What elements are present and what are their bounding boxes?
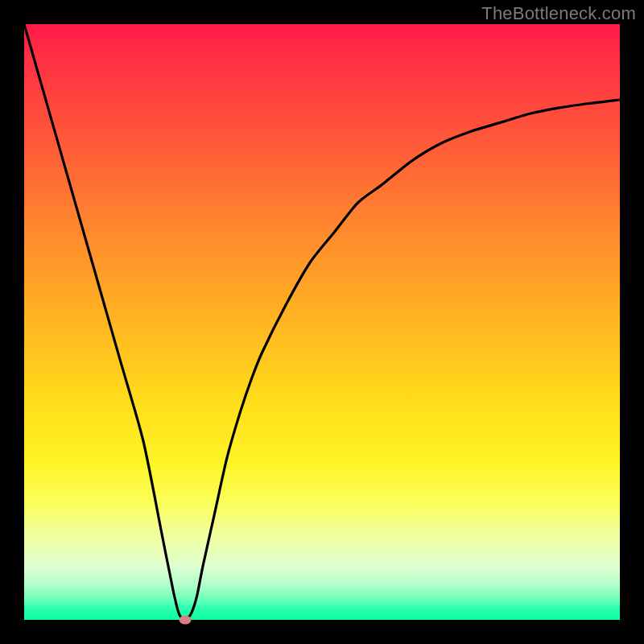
plot-area [24, 24, 620, 620]
watermark-text: TheBottleneck.com [481, 3, 636, 24]
bottleneck-curve [24, 24, 620, 620]
chart-frame: TheBottleneck.com [0, 0, 644, 644]
optimal-point-marker [179, 616, 191, 625]
